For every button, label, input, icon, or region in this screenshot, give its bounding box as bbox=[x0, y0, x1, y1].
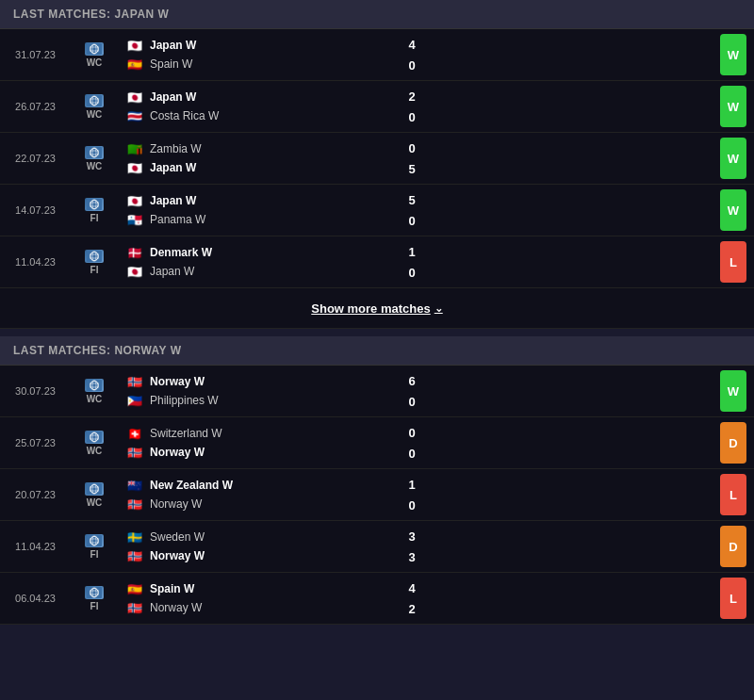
scores-area: 33 bbox=[409, 521, 437, 572]
match-competition: FI bbox=[71, 586, 118, 611]
svg-rect-7 bbox=[87, 95, 102, 106]
team-name: Switzerland W bbox=[150, 427, 222, 440]
match-date: 11.04.23 bbox=[0, 541, 71, 552]
team-line: 🇳🇴Norway W bbox=[125, 496, 402, 513]
team-line: 🇳🇴Norway W bbox=[125, 444, 402, 461]
team-name: Panama W bbox=[150, 213, 205, 226]
match-score: 0 bbox=[409, 107, 416, 126]
match-date: 25.07.23 bbox=[0, 437, 71, 448]
competition-label: WC bbox=[87, 109, 103, 120]
team-line: 🇪🇸Spain W bbox=[125, 580, 402, 597]
match-score: 0 bbox=[409, 263, 416, 282]
competition-label: WC bbox=[87, 497, 103, 508]
competition-icon bbox=[85, 379, 104, 392]
competition-icon bbox=[85, 534, 104, 547]
team-flag: 🇨🇭 bbox=[125, 427, 144, 440]
team-name: Japan W bbox=[150, 161, 196, 174]
table-row: 30.07.23 WC🇳🇴Norway W🇵🇭Philippines W60W bbox=[0, 366, 754, 417]
teams-area: 🇳🇿New Zealand W🇳🇴Norway W bbox=[118, 471, 409, 518]
match-competition: WC bbox=[71, 42, 118, 68]
team-flag: 🇵🇭 bbox=[125, 394, 144, 407]
team-line: 🇨🇭Switzerland W bbox=[125, 425, 402, 442]
match-competition: FI bbox=[71, 250, 118, 275]
team-flag: 🇳🇴 bbox=[125, 446, 144, 459]
result-badge: W bbox=[720, 34, 746, 75]
section-japan-w: LAST MATCHES: JAPAN W31.07.23 WC🇯🇵Japan … bbox=[0, 0, 754, 329]
match-date: 31.07.23 bbox=[0, 49, 71, 60]
match-score: 1 bbox=[409, 475, 416, 494]
team-flag: 🇩🇰 bbox=[125, 246, 144, 259]
team-line: 🇵🇭Philippines W bbox=[125, 392, 402, 409]
team-line: 🇳🇿New Zealand W bbox=[125, 477, 402, 494]
team-name: Norway W bbox=[150, 446, 205, 459]
show-more-label: Show more matches bbox=[311, 301, 430, 316]
competition-label: FI bbox=[90, 601, 99, 611]
team-line: 🇯🇵Japan W bbox=[125, 263, 402, 280]
result-badge: W bbox=[720, 370, 746, 412]
team-name: Norway W bbox=[150, 375, 205, 388]
table-row: 25.07.23 WC🇨🇭Switzerland W🇳🇴Norway W00D bbox=[0, 417, 754, 469]
match-score: 4 bbox=[409, 578, 416, 597]
team-line: 🇵🇦Panama W bbox=[125, 211, 402, 228]
result-badge: L bbox=[720, 241, 746, 283]
table-row: 11.04.23 FI🇸🇪Sweden W🇳🇴Norway W33D bbox=[0, 521, 754, 573]
match-score: 0 bbox=[409, 211, 416, 230]
match-score: 0 bbox=[409, 138, 416, 157]
team-flag: 🇯🇵 bbox=[125, 161, 144, 174]
team-name: Costa Rica W bbox=[150, 109, 219, 122]
section-header-japan-w: LAST MATCHES: JAPAN W bbox=[0, 0, 754, 29]
team-line: 🇯🇵Japan W bbox=[125, 192, 402, 209]
competition-label: WC bbox=[87, 161, 103, 171]
match-date: 26.07.23 bbox=[0, 101, 71, 112]
scores-area: 40 bbox=[409, 29, 437, 80]
competition-icon bbox=[85, 42, 104, 56]
team-name: Japan W bbox=[150, 90, 196, 104]
show-more-button[interactable]: Show more matches ⌄ bbox=[311, 301, 442, 316]
match-date: 22.07.23 bbox=[0, 153, 71, 164]
match-date: 11.04.23 bbox=[0, 256, 71, 268]
table-row: 14.07.23 FI🇯🇵Japan W🇵🇦Panama W50W bbox=[0, 185, 754, 236]
teams-area: 🇸🇪Sweden W🇳🇴Norway W bbox=[118, 523, 409, 570]
team-flag: 🇳🇴 bbox=[125, 375, 144, 388]
result-badge: D bbox=[720, 422, 746, 464]
team-line: 🇩🇰Denmark W bbox=[125, 244, 402, 261]
match-date: 14.07.23 bbox=[0, 204, 71, 216]
competition-label: WC bbox=[87, 57, 103, 68]
competition-icon bbox=[85, 586, 104, 599]
team-name: Japan W bbox=[150, 265, 194, 278]
teams-area: 🇯🇵Japan W🇨🇷Costa Rica W bbox=[118, 83, 409, 130]
table-row: 22.07.23 WC🇿🇲Zambia W🇯🇵Japan W05W bbox=[0, 133, 754, 185]
team-name: Sweden W bbox=[150, 530, 205, 544]
team-flag: 🇳🇴 bbox=[125, 549, 144, 562]
result-badge: L bbox=[720, 474, 746, 515]
team-name: Norway W bbox=[150, 549, 205, 562]
match-score: 5 bbox=[409, 190, 416, 209]
match-competition: FI bbox=[71, 534, 118, 560]
team-name: Denmark W bbox=[150, 246, 212, 259]
team-name: Japan W bbox=[150, 194, 196, 207]
team-name: Norway W bbox=[150, 497, 202, 511]
teams-area: 🇪🇸Spain W🇳🇴Norway W bbox=[118, 575, 409, 622]
result-badge: W bbox=[720, 86, 746, 127]
team-line: 🇯🇵Japan W bbox=[125, 89, 402, 106]
section-header-norway-w: LAST MATCHES: NORWAY W bbox=[0, 336, 754, 366]
team-flag: 🇯🇵 bbox=[125, 194, 144, 207]
competition-icon bbox=[85, 198, 104, 211]
match-competition: WC bbox=[71, 94, 118, 120]
team-line: 🇯🇵Japan W bbox=[125, 37, 402, 54]
team-line: 🇿🇲Zambia W bbox=[125, 140, 402, 157]
match-competition: FI bbox=[71, 198, 118, 223]
team-flag: 🇯🇵 bbox=[125, 90, 144, 104]
svg-rect-21 bbox=[87, 199, 102, 210]
scores-area: 05 bbox=[409, 133, 437, 184]
competition-label: FI bbox=[90, 213, 99, 223]
result-badge: W bbox=[720, 138, 746, 179]
match-date: 20.07.23 bbox=[0, 489, 71, 500]
result-badge: D bbox=[720, 526, 746, 567]
match-score: 0 bbox=[409, 423, 416, 442]
match-score: 0 bbox=[409, 392, 416, 411]
match-competition: WC bbox=[71, 431, 118, 456]
teams-area: 🇯🇵Japan W🇵🇦Panama W bbox=[118, 187, 409, 234]
scores-area: 20 bbox=[409, 81, 437, 132]
team-flag: 🇳🇿 bbox=[125, 479, 144, 492]
